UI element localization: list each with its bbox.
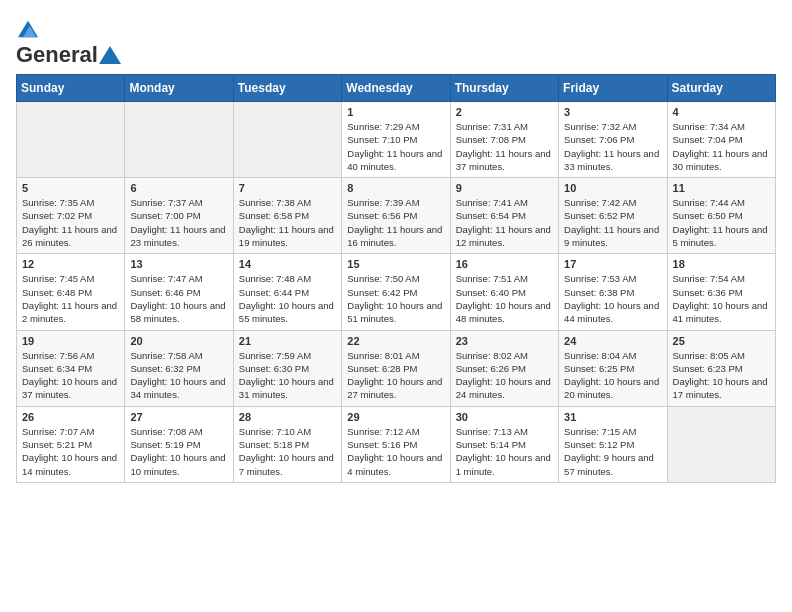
calendar-cell: 16Sunrise: 7:51 AM Sunset: 6:40 PM Dayli… [450,254,558,330]
calendar-cell: 5Sunrise: 7:35 AM Sunset: 7:02 PM Daylig… [17,178,125,254]
calendar-cell: 25Sunrise: 8:05 AM Sunset: 6:23 PM Dayli… [667,330,775,406]
day-number: 31 [564,411,661,423]
day-info: Sunrise: 7:47 AM Sunset: 6:46 PM Dayligh… [130,272,227,325]
day-info: Sunrise: 7:59 AM Sunset: 6:30 PM Dayligh… [239,349,336,402]
calendar-cell: 4Sunrise: 7:34 AM Sunset: 7:04 PM Daylig… [667,102,775,178]
day-of-week-header: Monday [125,75,233,102]
day-of-week-header: Thursday [450,75,558,102]
logo: General [16,16,122,64]
day-number: 13 [130,258,227,270]
calendar-week-row: 1Sunrise: 7:29 AM Sunset: 7:10 PM Daylig… [17,102,776,178]
calendar-cell: 28Sunrise: 7:10 AM Sunset: 5:18 PM Dayli… [233,406,341,482]
calendar-week-row: 26Sunrise: 7:07 AM Sunset: 5:21 PM Dayli… [17,406,776,482]
svg-marker-2 [99,46,121,64]
day-number: 7 [239,182,336,194]
logo-text [16,16,38,42]
day-of-week-header: Sunday [17,75,125,102]
calendar-cell: 2Sunrise: 7:31 AM Sunset: 7:08 PM Daylig… [450,102,558,178]
day-number: 14 [239,258,336,270]
calendar-cell: 9Sunrise: 7:41 AM Sunset: 6:54 PM Daylig… [450,178,558,254]
day-info: Sunrise: 7:41 AM Sunset: 6:54 PM Dayligh… [456,196,553,249]
day-info: Sunrise: 7:51 AM Sunset: 6:40 PM Dayligh… [456,272,553,325]
day-info: Sunrise: 7:15 AM Sunset: 5:12 PM Dayligh… [564,425,661,478]
day-info: Sunrise: 8:04 AM Sunset: 6:25 PM Dayligh… [564,349,661,402]
calendar-cell: 20Sunrise: 7:58 AM Sunset: 6:32 PM Dayli… [125,330,233,406]
day-info: Sunrise: 7:58 AM Sunset: 6:32 PM Dayligh… [130,349,227,402]
day-number: 16 [456,258,553,270]
day-info: Sunrise: 7:56 AM Sunset: 6:34 PM Dayligh… [22,349,119,402]
day-number: 20 [130,335,227,347]
day-info: Sunrise: 7:08 AM Sunset: 5:19 PM Dayligh… [130,425,227,478]
day-info: Sunrise: 8:05 AM Sunset: 6:23 PM Dayligh… [673,349,770,402]
day-number: 26 [22,411,119,423]
day-info: Sunrise: 7:39 AM Sunset: 6:56 PM Dayligh… [347,196,444,249]
calendar-cell: 7Sunrise: 7:38 AM Sunset: 6:58 PM Daylig… [233,178,341,254]
day-number: 17 [564,258,661,270]
calendar-cell: 17Sunrise: 7:53 AM Sunset: 6:38 PM Dayli… [559,254,667,330]
day-info: Sunrise: 7:31 AM Sunset: 7:08 PM Dayligh… [456,120,553,173]
day-number: 27 [130,411,227,423]
day-info: Sunrise: 7:42 AM Sunset: 6:52 PM Dayligh… [564,196,661,249]
calendar-cell: 29Sunrise: 7:12 AM Sunset: 5:16 PM Dayli… [342,406,450,482]
calendar-cell: 12Sunrise: 7:45 AM Sunset: 6:48 PM Dayli… [17,254,125,330]
calendar-cell [125,102,233,178]
logo-general-text: General [16,42,98,68]
day-number: 18 [673,258,770,270]
day-number: 3 [564,106,661,118]
calendar-cell: 15Sunrise: 7:50 AM Sunset: 6:42 PM Dayli… [342,254,450,330]
calendar-cell: 24Sunrise: 8:04 AM Sunset: 6:25 PM Dayli… [559,330,667,406]
calendar-cell: 27Sunrise: 7:08 AM Sunset: 5:19 PM Dayli… [125,406,233,482]
day-info: Sunrise: 7:29 AM Sunset: 7:10 PM Dayligh… [347,120,444,173]
day-info: Sunrise: 7:12 AM Sunset: 5:16 PM Dayligh… [347,425,444,478]
calendar-cell: 6Sunrise: 7:37 AM Sunset: 7:00 PM Daylig… [125,178,233,254]
calendar-cell: 1Sunrise: 7:29 AM Sunset: 7:10 PM Daylig… [342,102,450,178]
day-number: 24 [564,335,661,347]
day-info: Sunrise: 7:37 AM Sunset: 7:00 PM Dayligh… [130,196,227,249]
calendar-week-row: 5Sunrise: 7:35 AM Sunset: 7:02 PM Daylig… [17,178,776,254]
calendar-week-row: 12Sunrise: 7:45 AM Sunset: 6:48 PM Dayli… [17,254,776,330]
calendar-cell: 30Sunrise: 7:13 AM Sunset: 5:14 PM Dayli… [450,406,558,482]
day-info: Sunrise: 7:38 AM Sunset: 6:58 PM Dayligh… [239,196,336,249]
calendar-cell [233,102,341,178]
logo-triangle-icon [99,46,121,64]
day-number: 4 [673,106,770,118]
day-info: Sunrise: 7:35 AM Sunset: 7:02 PM Dayligh… [22,196,119,249]
day-number: 25 [673,335,770,347]
day-number: 1 [347,106,444,118]
day-number: 8 [347,182,444,194]
day-info: Sunrise: 7:07 AM Sunset: 5:21 PM Dayligh… [22,425,119,478]
day-number: 23 [456,335,553,347]
day-info: Sunrise: 8:02 AM Sunset: 6:26 PM Dayligh… [456,349,553,402]
day-number: 9 [456,182,553,194]
calendar-cell: 18Sunrise: 7:54 AM Sunset: 6:36 PM Dayli… [667,254,775,330]
day-number: 2 [456,106,553,118]
logo-icon [18,19,38,39]
day-number: 28 [239,411,336,423]
day-of-week-header: Tuesday [233,75,341,102]
day-info: Sunrise: 7:44 AM Sunset: 6:50 PM Dayligh… [673,196,770,249]
calendar-cell: 22Sunrise: 8:01 AM Sunset: 6:28 PM Dayli… [342,330,450,406]
calendar-cell: 11Sunrise: 7:44 AM Sunset: 6:50 PM Dayli… [667,178,775,254]
day-info: Sunrise: 7:13 AM Sunset: 5:14 PM Dayligh… [456,425,553,478]
day-number: 19 [22,335,119,347]
day-info: Sunrise: 7:45 AM Sunset: 6:48 PM Dayligh… [22,272,119,325]
calendar-header-row: SundayMondayTuesdayWednesdayThursdayFrid… [17,75,776,102]
day-number: 11 [673,182,770,194]
calendar-cell: 8Sunrise: 7:39 AM Sunset: 6:56 PM Daylig… [342,178,450,254]
calendar-cell: 10Sunrise: 7:42 AM Sunset: 6:52 PM Dayli… [559,178,667,254]
day-info: Sunrise: 7:34 AM Sunset: 7:04 PM Dayligh… [673,120,770,173]
day-number: 22 [347,335,444,347]
day-info: Sunrise: 8:01 AM Sunset: 6:28 PM Dayligh… [347,349,444,402]
day-number: 5 [22,182,119,194]
day-number: 6 [130,182,227,194]
day-of-week-header: Saturday [667,75,775,102]
calendar-cell: 26Sunrise: 7:07 AM Sunset: 5:21 PM Dayli… [17,406,125,482]
day-number: 21 [239,335,336,347]
day-number: 12 [22,258,119,270]
day-of-week-header: Wednesday [342,75,450,102]
day-number: 10 [564,182,661,194]
day-info: Sunrise: 7:50 AM Sunset: 6:42 PM Dayligh… [347,272,444,325]
calendar-cell: 23Sunrise: 8:02 AM Sunset: 6:26 PM Dayli… [450,330,558,406]
day-number: 15 [347,258,444,270]
day-info: Sunrise: 7:10 AM Sunset: 5:18 PM Dayligh… [239,425,336,478]
